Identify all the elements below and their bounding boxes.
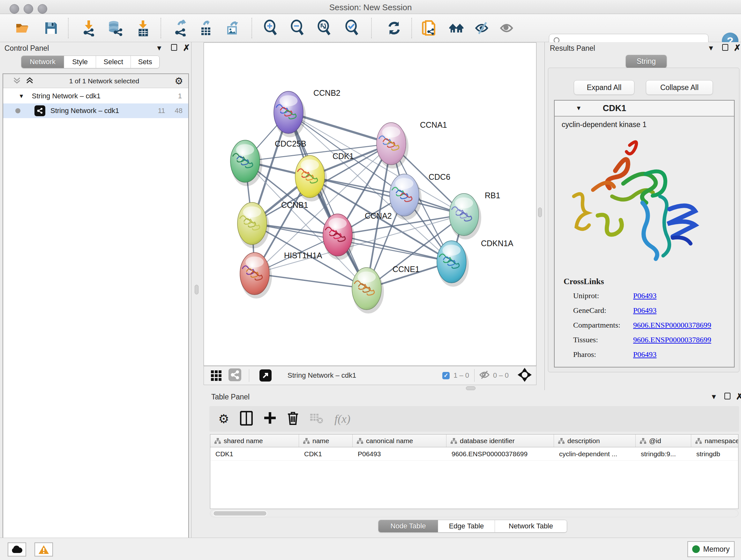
- panel-float-icon[interactable]: [722, 44, 728, 53]
- table-horizontal-scrollbar[interactable]: [210, 509, 738, 517]
- export-network-icon[interactable]: [173, 20, 188, 36]
- collection-expand-icon[interactable]: ▼: [18, 93, 24, 100]
- table-cell[interactable]: stringdb:9...: [636, 447, 691, 460]
- panel-float-icon[interactable]: [724, 393, 731, 401]
- string-documents-icon[interactable]: [421, 20, 437, 36]
- show-columns-icon[interactable]: [240, 411, 253, 427]
- table-cell[interactable]: cyclin-dependent ...: [554, 447, 636, 460]
- warning-button[interactable]: [35, 543, 53, 557]
- cdk1-section-header[interactable]: ▼ CDK1: [555, 101, 734, 117]
- hide-eye-slash-icon[interactable]: [475, 20, 490, 36]
- detach-view-icon[interactable]: [259, 369, 272, 381]
- export-table-icon[interactable]: [198, 20, 213, 36]
- network-node-ccna1[interactable]: CCNA1: [377, 120, 447, 169]
- tab-style[interactable]: Style: [64, 56, 96, 68]
- right-splitter-handle[interactable]: [538, 207, 542, 217]
- crosslink-value-link[interactable]: P06493: [633, 350, 657, 359]
- table-cell[interactable]: CDK1: [210, 447, 299, 460]
- panel-collapse-icon[interactable]: ▼: [156, 44, 163, 52]
- delete-column-icon[interactable]: [287, 411, 299, 427]
- node-label: CDK1: [333, 152, 354, 161]
- panel-close-icon[interactable]: ✗: [183, 43, 190, 53]
- expand-all-button[interactable]: Expand All: [574, 80, 634, 95]
- collection-count: 1: [178, 92, 182, 100]
- cloud-button[interactable]: [8, 543, 26, 557]
- network-node-rb1[interactable]: RB1: [449, 191, 500, 240]
- column-header-description[interactable]: description: [554, 435, 636, 447]
- table-cell[interactable]: CDK1: [299, 447, 353, 460]
- network-node-cdkn1a[interactable]: CDKN1A: [437, 239, 514, 287]
- string-homes-icon[interactable]: [449, 20, 464, 36]
- crosslink-value-link[interactable]: P06493: [633, 292, 657, 300]
- share-view-icon[interactable]: [228, 368, 241, 382]
- tab-network-table[interactable]: Network Table: [495, 520, 567, 532]
- tab-network[interactable]: Network: [21, 56, 64, 68]
- network-collection-row[interactable]: ▼ String Network – cdk1 1: [3, 89, 188, 104]
- column-header-shared-name[interactable]: shared name: [210, 435, 299, 447]
- warning-icon: [38, 545, 49, 554]
- section-collapse-icon[interactable]: ▼: [576, 105, 582, 112]
- panel-close-icon[interactable]: ✗: [736, 391, 741, 401]
- table-row[interactable]: CDK1CDK1P064939606.ENSP00000378699cyclin…: [210, 447, 738, 461]
- column-header-namespace[interactable]: namespace: [691, 435, 738, 447]
- panel-float-icon[interactable]: [171, 44, 177, 53]
- crosslink-value-link[interactable]: 9606.ENSP00000378699: [633, 335, 711, 344]
- table-panel: Table Panel ▼ ✗ ⚙ f(x) shared namenameca…: [207, 390, 741, 540]
- table-cell[interactable]: 9606.ENSP00000378699: [447, 447, 554, 460]
- refresh-icon[interactable]: [387, 20, 402, 36]
- column-header-name[interactable]: name: [299, 435, 353, 447]
- expand-all-chevrons-icon[interactable]: [25, 76, 34, 86]
- tab-select[interactable]: Select: [96, 56, 131, 68]
- import-network-file-icon[interactable]: [81, 20, 96, 36]
- crosslinks-title: CrossLinks: [563, 277, 604, 287]
- left-splitter-handle[interactable]: [195, 285, 199, 294]
- import-network-database-icon[interactable]: [107, 20, 123, 36]
- tab-node-table[interactable]: Node Table: [379, 520, 438, 532]
- save-session-icon[interactable]: [44, 20, 59, 36]
- control-panel: Control Panel ▼ ✗ Network Style Select S…: [0, 42, 192, 538]
- tree-options-gear-icon[interactable]: ⚙: [175, 75, 183, 86]
- table-cell[interactable]: stringdb: [691, 447, 738, 460]
- table-toolbar: ⚙ f(x): [209, 406, 739, 432]
- network-graph[interactable]: CCNB2CCNA1CDC25BCDK1CDC6RB1CCNB1CCNA2CDK…: [204, 43, 536, 365]
- crosslink-value-link[interactable]: P06493: [633, 306, 657, 315]
- column-header-database-identifier[interactable]: database identifier: [447, 435, 554, 447]
- selected-checkbox-icon[interactable]: ✓: [442, 372, 450, 379]
- column-header-canonical-name[interactable]: canonical name: [353, 435, 447, 447]
- birdseye-icon[interactable]: [518, 368, 532, 383]
- network-row[interactable]: String Network – cdk1 11 48: [3, 104, 188, 118]
- panel-collapse-icon[interactable]: ▼: [708, 44, 715, 52]
- network-node-cdc6[interactable]: CDC6: [390, 172, 450, 220]
- tab-edge-table[interactable]: Edge Table: [438, 520, 495, 532]
- grid-view-icon[interactable]: [211, 370, 221, 381]
- bottom-splitter-handle[interactable]: [466, 386, 475, 390]
- zoom-selected-icon[interactable]: [344, 20, 360, 36]
- zoom-out-icon[interactable]: [290, 20, 305, 36]
- import-table-file-icon[interactable]: [135, 20, 151, 36]
- collapse-all-button[interactable]: Collapse All: [646, 80, 713, 95]
- network-node-ccne1[interactable]: CCNE1: [352, 265, 420, 314]
- zoom-fit-icon[interactable]: [317, 20, 332, 36]
- control-panel-title: Control Panel: [4, 44, 49, 53]
- panel-close-icon[interactable]: ✗: [734, 43, 741, 53]
- tab-sets[interactable]: Sets: [131, 56, 159, 68]
- column-header--id[interactable]: @id: [636, 435, 691, 447]
- export-image-icon[interactable]: [225, 20, 240, 36]
- table-settings-gear-icon[interactable]: ⚙: [218, 412, 229, 426]
- tab-string[interactable]: String: [626, 55, 667, 68]
- crosslink-value-link[interactable]: 9606.ENSP00000378699: [633, 321, 711, 329]
- network-canvas[interactable]: CCNB2CCNA1CDC25BCDK1CDC6RB1CCNB1CCNA2CDK…: [204, 43, 536, 366]
- node-label: CCNA1: [420, 120, 447, 129]
- zoom-in-icon[interactable]: [263, 20, 278, 36]
- open-session-icon[interactable]: [15, 20, 30, 36]
- network-node-hist1h1a[interactable]: HIST1H1A: [240, 251, 322, 299]
- network-view-title: String Network – cdk1: [287, 371, 356, 380]
- memory-button[interactable]: Memory: [687, 541, 735, 557]
- add-column-icon[interactable]: [264, 411, 276, 427]
- panel-collapse-icon[interactable]: ▼: [711, 393, 718, 401]
- scrollbar-thumb[interactable]: [213, 510, 267, 516]
- collapse-all-chevrons-icon[interactable]: [13, 76, 21, 86]
- table-cell[interactable]: P06493: [353, 447, 447, 460]
- toolbar-separator: [252, 18, 252, 38]
- show-eye-icon[interactable]: [500, 20, 515, 36]
